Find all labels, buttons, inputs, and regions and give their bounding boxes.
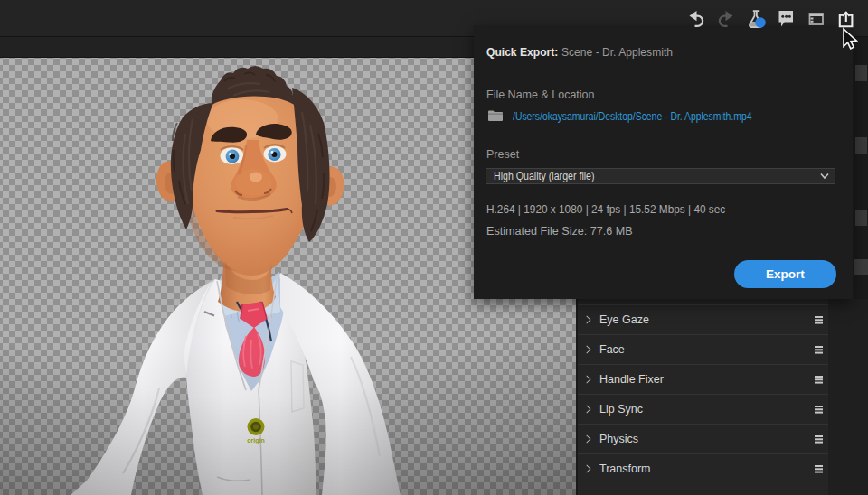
svg-text:origin: origin bbox=[247, 437, 264, 444]
